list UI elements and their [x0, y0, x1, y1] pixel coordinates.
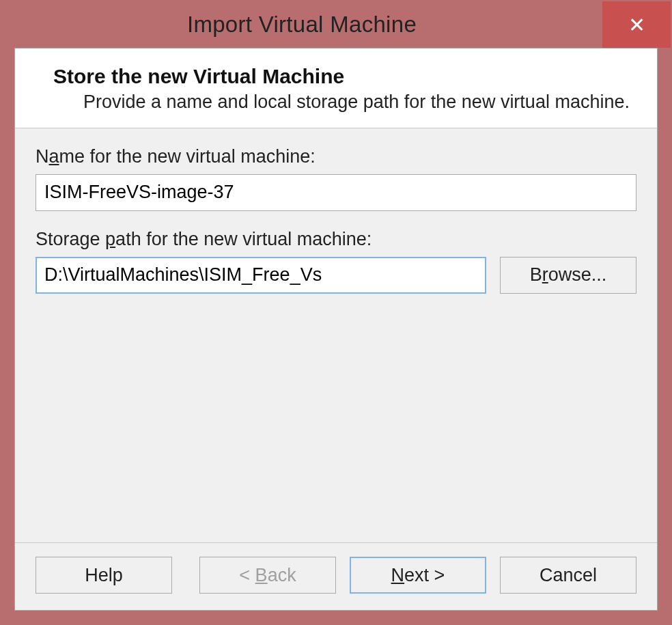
- vm-name-label: Name for the new virtual machine:: [36, 146, 636, 167]
- close-icon: ✕: [628, 13, 645, 37]
- titlebar: Import Virtual Machine ✕: [1, 1, 671, 48]
- storage-path-input[interactable]: [36, 257, 486, 294]
- wizard-body: Name for the new virtual machine: Storag…: [15, 128, 657, 543]
- client-area: Store the new Virtual Machine Provide a …: [14, 48, 658, 611]
- help-button[interactable]: Help: [36, 557, 172, 594]
- wizard-header: Store the new Virtual Machine Provide a …: [15, 48, 657, 128]
- import-vm-dialog: Import Virtual Machine ✕ Store the new V…: [0, 0, 672, 625]
- storage-path-label: Storage path for the new virtual machine…: [36, 229, 636, 250]
- vm-name-input[interactable]: [36, 174, 636, 211]
- wizard-footer: Help < Back Next > Cancel: [15, 543, 657, 610]
- window-title: Import Virtual Machine: [1, 1, 602, 48]
- cancel-button[interactable]: Cancel: [500, 557, 636, 594]
- next-button[interactable]: Next >: [350, 557, 486, 594]
- browse-button[interactable]: Browse...: [500, 257, 636, 294]
- page-title: Store the new Virtual Machine: [53, 65, 630, 88]
- back-button: < Back: [199, 557, 336, 594]
- close-button[interactable]: ✕: [602, 1, 671, 48]
- page-subtitle: Provide a name and local storage path fo…: [83, 91, 630, 114]
